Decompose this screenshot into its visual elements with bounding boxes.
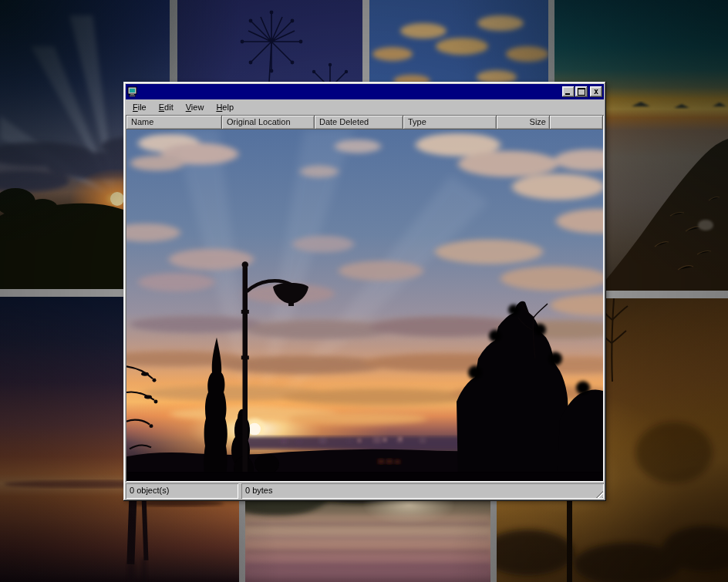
column-headers: Name Original Location Date Deleted Type… [126, 116, 603, 130]
list-view-area-lamp-sunset-photo[interactable] [126, 130, 603, 481]
column-header-empty[interactable] [550, 116, 603, 130]
column-header-size[interactable]: Size [497, 116, 550, 130]
recycle-bin-window: x File Edit View Help Name Original Loca… [123, 82, 606, 501]
status-bar: 0 object(s) 0 bytes [126, 483, 604, 499]
status-object-count: 0 object(s) [126, 483, 238, 499]
menu-file[interactable]: File [126, 101, 153, 114]
column-header-original-location[interactable]: Original Location [222, 116, 315, 130]
resize-grip[interactable] [593, 488, 603, 498]
menu-bar: File Edit View Help [126, 99, 604, 115]
file-list-frame: Name Original Location Date Deleted Type… [126, 115, 604, 482]
status-size-text: 0 bytes [245, 486, 272, 495]
column-header-type[interactable]: Type [403, 116, 497, 130]
menu-edit[interactable]: Edit [153, 101, 180, 114]
desktop: { "window": { "title": "", "app_icon": "… [0, 0, 728, 582]
menu-view[interactable]: View [180, 101, 211, 114]
close-icon[interactable]: x [590, 86, 602, 97]
title-bar[interactable]: x [126, 84, 604, 99]
computer-icon [127, 86, 138, 97]
column-header-date-deleted[interactable]: Date Deleted [315, 116, 403, 130]
minimize-icon[interactable] [562, 86, 575, 97]
maximize-icon[interactable] [575, 86, 588, 97]
status-size: 0 bytes [241, 483, 604, 499]
menu-help[interactable]: Help [210, 101, 240, 114]
column-header-name[interactable]: Name [126, 116, 222, 130]
